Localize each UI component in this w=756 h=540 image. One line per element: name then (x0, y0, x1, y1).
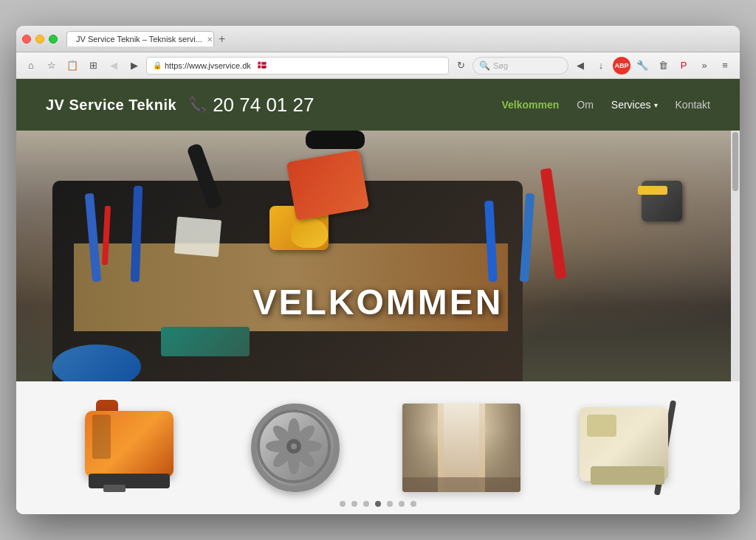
browser-toolbar: ⌂ ☆ 📋 ⊞ ◀ ▶ 🔒 https://www.jvservice.dk 🇩… (16, 52, 740, 79)
nav-kontakt[interactable]: Kontakt (676, 99, 710, 111)
fan-product (251, 404, 340, 492)
home-button[interactable]: ⌂ (22, 57, 40, 75)
nav-services-label: Services (611, 99, 651, 111)
dot-4[interactable] (375, 501, 381, 507)
fan-blades-svg (257, 409, 331, 483)
tab-title: JV Service Teknik – Teknisk servi... (76, 35, 202, 44)
url-text: https://www.jvservice.dk (165, 61, 251, 70)
search-icon: 🔍 (479, 60, 490, 71)
maximize-button[interactable] (49, 35, 58, 44)
trash-button[interactable]: 🗑 (654, 57, 672, 75)
title-bar: JV Service Teknik – Teknisk servi... ✕ + (16, 26, 740, 52)
logo-text: JV Service Teknik (46, 97, 176, 114)
site-content: JV Service Teknik 📞 20 74 01 27 Velkomme… (16, 79, 740, 514)
phone-icon: 📞 (188, 96, 207, 114)
hero-section: VELKOMMEN (16, 131, 740, 381)
search-box[interactable]: 🔍 Søg (472, 57, 568, 75)
active-tab[interactable]: JV Service Teknik – Teknisk servi... ✕ (66, 31, 214, 46)
menu-button[interactable]: ≡ (716, 57, 734, 75)
browser-window: JV Service Teknik – Teknisk servi... ✕ +… (16, 26, 740, 514)
minimize-button[interactable] (35, 35, 44, 44)
phone-number-area: 📞 20 74 01 27 (188, 94, 314, 117)
site-logo: JV Service Teknik 📞 20 74 01 27 (46, 94, 501, 117)
phone-number: 20 74 01 27 (213, 94, 314, 117)
address-bar[interactable]: 🔒 https://www.jvservice.dk 🇩🇰 (146, 57, 449, 75)
forward-button[interactable]: ▶ (126, 57, 143, 75)
dot-3[interactable] (363, 501, 369, 507)
product-card-3 (395, 396, 528, 499)
products-section (16, 381, 740, 514)
hallway-product (402, 404, 520, 492)
flag-icons: 🇩🇰 (257, 60, 267, 70)
tab-bar: JV Service Teknik – Teknisk servi... ✕ + (66, 31, 734, 46)
dot-5[interactable] (387, 501, 393, 507)
ssl-lock-icon: 🔒 (153, 61, 162, 69)
site-nav: Velkommen Om Services ▾ Kontakt (501, 99, 710, 111)
back-button[interactable]: ◀ (105, 57, 123, 75)
pinterest-button[interactable]: P (675, 57, 693, 75)
nav-services[interactable]: Services ▾ (611, 99, 658, 111)
nav-om[interactable]: Om (577, 99, 594, 111)
svg-point-10 (291, 443, 297, 449)
traffic-lights (22, 35, 58, 44)
share-button[interactable]: ◀ (571, 57, 589, 75)
scrollbar-thumb[interactable] (732, 132, 738, 191)
bookmark-button[interactable]: ☆ (43, 57, 61, 75)
scrollbar[interactable] (731, 131, 740, 381)
more-button[interactable]: » (695, 57, 713, 75)
download-button[interactable]: ↓ (592, 57, 610, 75)
tools-image (16, 131, 740, 381)
carousel-dots (340, 501, 416, 507)
dot-2[interactable] (351, 501, 357, 507)
reload-button[interactable]: ↻ (452, 57, 470, 75)
product-card-2 (229, 396, 362, 499)
dot-6[interactable] (399, 501, 405, 507)
sidebar-button[interactable]: ⊞ (84, 57, 102, 75)
new-tab-button[interactable]: + (219, 33, 225, 45)
dot-1[interactable] (340, 501, 346, 507)
product-card-1 (63, 396, 196, 499)
close-button[interactable] (22, 35, 31, 44)
product-card-4 (561, 396, 694, 499)
adblock-button[interactable]: ABP (613, 57, 630, 75)
site-header: JV Service Teknik 📞 20 74 01 27 Velkomme… (16, 79, 740, 131)
chevron-down-icon: ▾ (654, 101, 658, 109)
hero-title: VELKOMMEN (253, 282, 504, 322)
hero-background (16, 131, 740, 381)
extensions-button[interactable]: 🔧 (633, 57, 651, 75)
dot-7[interactable] (410, 501, 416, 507)
tab-close-button[interactable]: ✕ (207, 35, 213, 44)
nav-velkommen[interactable]: Velkommen (501, 99, 559, 111)
search-placeholder: Søg (493, 61, 508, 70)
reading-list-button[interactable]: 📋 (63, 57, 81, 75)
